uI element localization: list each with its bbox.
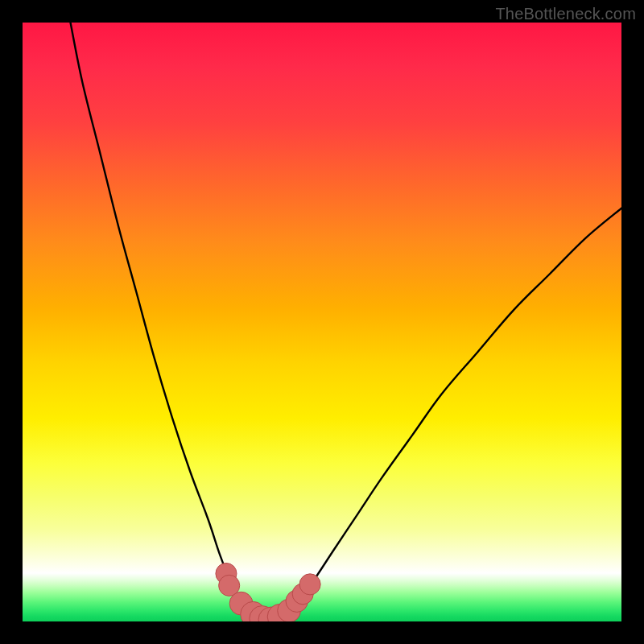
curve-markers <box>216 563 320 621</box>
curve-line <box>71 23 621 621</box>
plot-area <box>23 23 621 621</box>
chart-frame: TheBottleneck.com <box>0 0 644 644</box>
curve-marker <box>299 574 320 595</box>
watermark-label: TheBottleneck.com <box>495 5 636 23</box>
bottleneck-curve <box>23 23 621 621</box>
